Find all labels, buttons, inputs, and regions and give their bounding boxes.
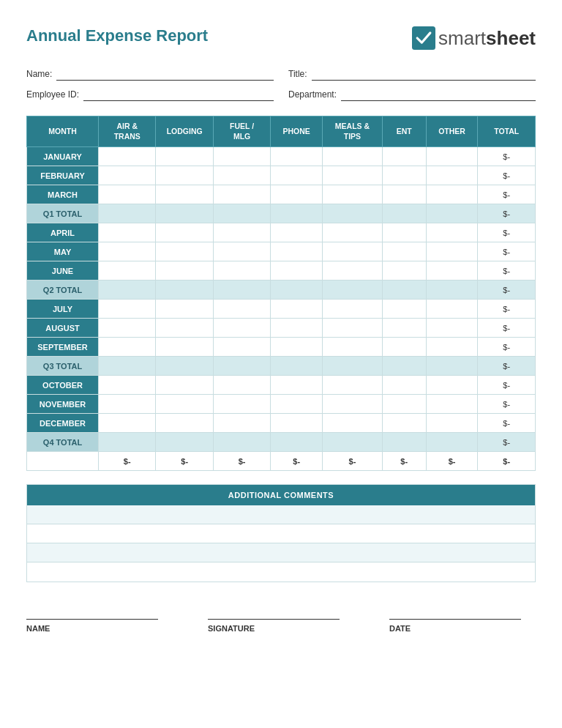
sig-date-label: DATE: [389, 624, 536, 633]
data-cell: [426, 147, 478, 166]
logo-text: smartsheet: [438, 27, 536, 50]
data-cell: [426, 395, 478, 414]
title-label: Title:: [288, 69, 307, 79]
col-lodging: LODGING: [156, 116, 213, 147]
data-cell: [271, 319, 323, 338]
comments-body: [27, 505, 535, 582]
comments-line-4: [27, 562, 535, 582]
data-cell: [156, 147, 213, 166]
data-cell: [271, 376, 323, 395]
department-input[interactable]: [341, 88, 536, 101]
data-cell: [213, 357, 270, 376]
data-cell: [323, 395, 383, 414]
expense-table: MONTH AIR &TRANS LODGING FUEL /MLG PHONE…: [26, 116, 536, 471]
data-cell: [156, 319, 213, 338]
total-cell: $-: [478, 281, 536, 300]
data-cell: [213, 433, 270, 452]
data-cell: [99, 261, 156, 281]
comments-line-1: [27, 505, 535, 524]
data-cell: [382, 261, 426, 281]
data-cell: [213, 204, 270, 223]
quarter-label: Q1 TOTAL: [27, 204, 99, 223]
data-cell: [323, 357, 383, 376]
month-label: FEBRUARY: [27, 166, 99, 185]
data-cell: [99, 395, 156, 414]
data-cell: [99, 433, 156, 452]
footer-total-cell: $-: [382, 452, 426, 471]
footer-label: [27, 452, 99, 471]
page-header: Annual Expense Report smartsheet: [26, 26, 536, 50]
total-cell: $-: [478, 261, 536, 281]
data-cell: [156, 376, 213, 395]
data-cell: [213, 185, 270, 204]
data-cell: [99, 338, 156, 357]
name-input[interactable]: [56, 67, 274, 81]
data-cell: [99, 281, 156, 300]
footer-total-cell: $-: [156, 452, 213, 471]
data-cell: [426, 204, 478, 223]
data-cell: [426, 414, 478, 433]
total-cell: $-: [478, 433, 536, 452]
footer-total-cell: $-: [426, 452, 478, 471]
col-air-trans: AIR &TRANS: [99, 116, 156, 147]
total-cell: $-: [478, 300, 536, 319]
data-cell: [156, 223, 213, 242]
data-cell: [99, 223, 156, 242]
data-cell: [271, 223, 323, 242]
data-cell: [213, 338, 270, 357]
total-cell: $-: [478, 357, 536, 376]
data-cell: [382, 319, 426, 338]
table-row: Q3 TOTAL$-: [27, 357, 536, 376]
data-cell: [99, 204, 156, 223]
form-row-1: Name: Title:: [26, 67, 536, 81]
data-cell: [382, 395, 426, 414]
sig-name-line: [26, 619, 158, 620]
data-cell: [323, 204, 383, 223]
sig-signature-line: [208, 619, 340, 620]
data-cell: [213, 223, 270, 242]
quarter-label: Q4 TOTAL: [27, 433, 99, 452]
table-header-row: MONTH AIR &TRANS LODGING FUEL /MLG PHONE…: [27, 116, 536, 147]
logo-check-icon: [412, 26, 435, 50]
data-cell: [382, 281, 426, 300]
table-row: DECEMBER$-: [27, 414, 536, 433]
data-cell: [382, 414, 426, 433]
footer-total-cell: $-: [271, 452, 323, 471]
data-cell: [156, 338, 213, 357]
data-cell: [323, 147, 383, 166]
data-cell: [271, 300, 323, 319]
table-row: OCTOBER$-: [27, 376, 536, 395]
col-other: OTHER: [426, 116, 478, 147]
footer-total-cell: $-: [99, 452, 156, 471]
data-cell: [426, 185, 478, 204]
comments-line-2: [27, 524, 535, 543]
data-cell: [323, 223, 383, 242]
total-cell: $-: [478, 338, 536, 357]
data-cell: [213, 261, 270, 281]
data-cell: [382, 433, 426, 452]
data-cell: [323, 376, 383, 395]
title-field-group: Title:: [288, 67, 536, 81]
total-cell: $-: [478, 376, 536, 395]
table-row: JUNE$-: [27, 261, 536, 281]
data-cell: [426, 338, 478, 357]
logo-bold-text: sheet: [486, 27, 536, 49]
data-cell: [213, 414, 270, 433]
data-cell: [213, 319, 270, 338]
data-cell: [213, 242, 270, 261]
data-cell: [156, 166, 213, 185]
title-input[interactable]: [312, 67, 536, 81]
data-cell: [271, 204, 323, 223]
table-row: Q4 TOTAL$-: [27, 433, 536, 452]
sig-signature: SIGNATURE: [208, 619, 354, 633]
total-cell: $-: [478, 204, 536, 223]
data-cell: [213, 166, 270, 185]
data-cell: [271, 166, 323, 185]
data-cell: [99, 147, 156, 166]
data-cell: [156, 414, 213, 433]
total-cell: $-: [478, 147, 536, 166]
data-cell: [156, 357, 213, 376]
data-cell: [323, 281, 383, 300]
employee-id-input[interactable]: [83, 88, 274, 101]
data-cell: [271, 281, 323, 300]
